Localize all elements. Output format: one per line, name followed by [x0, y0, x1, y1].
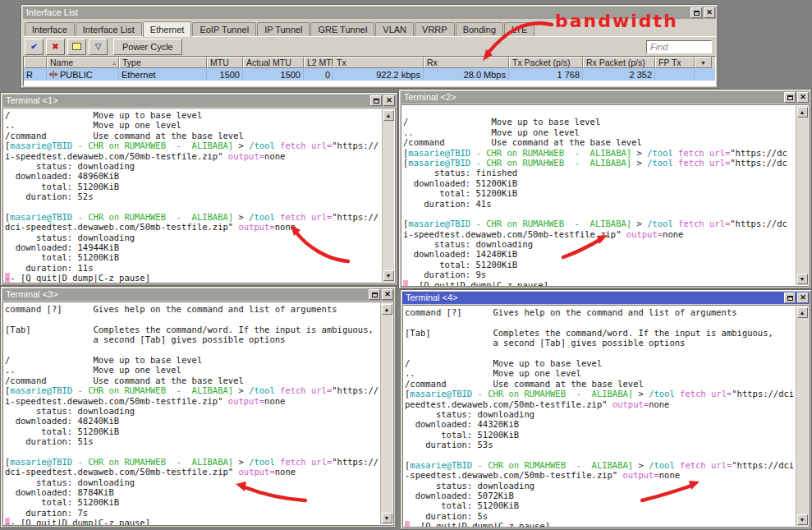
scroll-up-button[interactable]: ▲ [797, 107, 808, 118]
vertical-scrollbar[interactable]: ▲▼ [796, 106, 808, 285]
tab-vrrp[interactable]: VRRP [415, 22, 455, 36]
column-label: Rx [427, 58, 438, 67]
maximize-button[interactable] [369, 289, 380, 300]
terminal-content-1[interactable]: / Move up to base level.. Move up one le… [2, 108, 396, 283]
column-header-rx-packet-p-s[interactable]: Rx Packet (p/s) [583, 57, 655, 68]
close-button[interactable]: ✕ [797, 293, 809, 303]
terminal-line: [masarie@TBID - CHR on RUMAHWEB - ALIBAB… [403, 219, 795, 228]
tab-interface-list[interactable]: Interface List [76, 22, 142, 36]
terminal-window-2: Terminal <2>✕ / Move up to base level.. … [398, 89, 812, 289]
terminal-content-4[interactable]: command [?] Gives help on the command an… [402, 305, 810, 528]
terminal-line [403, 209, 795, 219]
cell-type: Ethernet [119, 68, 207, 81]
terminal-titlebar-2[interactable]: Terminal <2>✕ [401, 91, 810, 104]
column-header-name[interactable]: Name▵ [47, 57, 119, 68]
scroll-down-button[interactable]: ▼ [797, 274, 808, 284]
terminal-line: status: downloading [403, 239, 795, 249]
tab-eoip-tunnel[interactable]: EoIP Tunnel [192, 22, 256, 36]
close-icon: ✕ [800, 294, 806, 302]
toolbar: ✔✖▽ Power Cycle [23, 36, 716, 56]
terminal-line: duration: 52s [5, 191, 381, 201]
column-header-flag[interactable] [24, 57, 47, 68]
maximize-icon [787, 95, 793, 100]
maximize-button[interactable] [690, 7, 702, 18]
terminal-line: /command Use command at the base level [405, 379, 795, 389]
vertical-scrollbar[interactable]: ▲▼ [380, 303, 392, 524]
terminal-output: / Move up to base level.. Move up one le… [401, 105, 809, 287]
column-header-type[interactable]: Type [119, 57, 207, 68]
terminal-line: .. Move up one level [405, 368, 795, 378]
tab-ethernet[interactable]: Ethernet [143, 21, 192, 37]
close-button[interactable]: ✕ [797, 92, 809, 103]
terminal-line: [Tab] Completes the command/word. If the… [5, 325, 379, 334]
terminal-line [5, 202, 381, 212]
close-button[interactable]: ✕ [382, 289, 393, 300]
terminal-line: duration: 11s [5, 263, 381, 273]
tab-vlan[interactable]: VLAN [375, 22, 414, 36]
column-select-dropdown[interactable]: ▼ [695, 57, 712, 68]
tab-interface[interactable]: Interface [25, 22, 75, 36]
vertical-scrollbar[interactable]: ▲▼ [382, 109, 394, 282]
terminal-line: -- [Q quit|D dump|C-z pause] [405, 521, 795, 528]
tab-gre-tunnel[interactable]: GRE Tunnel [310, 22, 374, 36]
terminal-line: status: downloading [405, 409, 795, 419]
scroll-down-button[interactable]: ▼ [383, 270, 394, 281]
window-title: Terminal <2> [404, 91, 782, 104]
column-header-fp-tx[interactable]: FP Tx [655, 57, 695, 68]
table-row[interactable]: RPUBLICEthernet150015000922.2 kbps28.0 M… [24, 68, 715, 81]
close-button[interactable]: ✕ [704, 7, 715, 18]
column-header-actual-mtu[interactable]: Actual MTU [243, 57, 304, 68]
note-icon [72, 43, 81, 50]
terminal-line [403, 107, 795, 117]
cell-flag: R [24, 68, 47, 81]
terminal-titlebar-4[interactable]: Terminal <4>✕ [402, 292, 810, 304]
terminal-window-4: Terminal <4>✕command [?] Gives help on t… [400, 289, 812, 530]
tab-lte[interactable]: LTE [504, 22, 534, 36]
terminal-line: total: 51200KiB [5, 182, 381, 191]
scroll-up-button[interactable]: ▲ [797, 307, 808, 318]
terminal-titlebar-1[interactable]: Terminal <1>✕ [2, 94, 396, 107]
column-header-tx[interactable]: Tx [333, 57, 424, 68]
column-header-mtu[interactable]: MTU [207, 57, 243, 68]
close-icon: ✕ [800, 94, 806, 101]
terminal-line: duration: 5s [405, 511, 795, 521]
terminal-line: duration: 7s [5, 508, 379, 518]
scroll-down-button[interactable]: ▼ [797, 514, 808, 525]
terminal-content-2[interactable]: / Move up to base level.. Move up one le… [401, 104, 810, 287]
scroll-down-button[interactable]: ▼ [382, 513, 392, 523]
terminal-line: a second [Tab] gives possible options [5, 334, 379, 344]
terminal-line: i-speedtest.dewaweb.com/50mb-testfile.zi… [403, 229, 795, 239]
terminal-line: -speedtest.dewaweb.com/50mb-testfile.zip… [405, 470, 795, 480]
maximize-button[interactable] [370, 95, 382, 106]
scroll-up-button[interactable]: ▲ [382, 304, 392, 315]
column-header-l2-mtu[interactable]: L2 MTU [304, 57, 333, 68]
tab-bonding[interactable]: Bonding [456, 22, 503, 36]
terminal-titlebar-3[interactable]: Terminal <3>✕ [2, 288, 394, 301]
column-label: Type [122, 58, 141, 67]
cell-actual-mtu: 1500 [243, 68, 304, 81]
close-button[interactable]: ✕ [383, 95, 395, 106]
column-label: L2 MTU [307, 58, 333, 67]
sort-ascending-icon: ▵ [110, 59, 116, 67]
discard-button[interactable]: ✖ [46, 39, 65, 55]
power-cycle-button[interactable]: Power Cycle [113, 39, 182, 55]
column-header-tx-packet-p-s[interactable]: Tx Packet (p/s) [509, 57, 583, 68]
find-input[interactable] [646, 40, 712, 53]
terminal-line: duration: 53s [405, 440, 795, 449]
maximize-icon [374, 99, 379, 104]
tab-ip-tunnel[interactable]: IP Tunnel [257, 22, 310, 36]
comment-button[interactable] [67, 39, 86, 55]
terminal-line: status: downloading [5, 477, 379, 487]
filter-button[interactable]: ▽ [89, 39, 108, 55]
terminal-line: downloaded: 8784KiB [5, 487, 379, 497]
apply-button[interactable]: ✔ [25, 39, 44, 55]
scroll-up-button[interactable]: ▲ [383, 110, 394, 121]
terminal-line [405, 449, 795, 459]
maximize-button[interactable] [784, 293, 796, 303]
maximize-button[interactable] [784, 92, 796, 103]
close-icon: ✕ [384, 291, 391, 298]
vertical-scrollbar[interactable]: ▲▼ [796, 306, 808, 526]
funnel-icon: ▽ [95, 43, 102, 51]
terminal-content-3[interactable]: command [?] Gives help on the command an… [2, 302, 394, 526]
column-header-rx[interactable]: Rx [424, 57, 509, 68]
